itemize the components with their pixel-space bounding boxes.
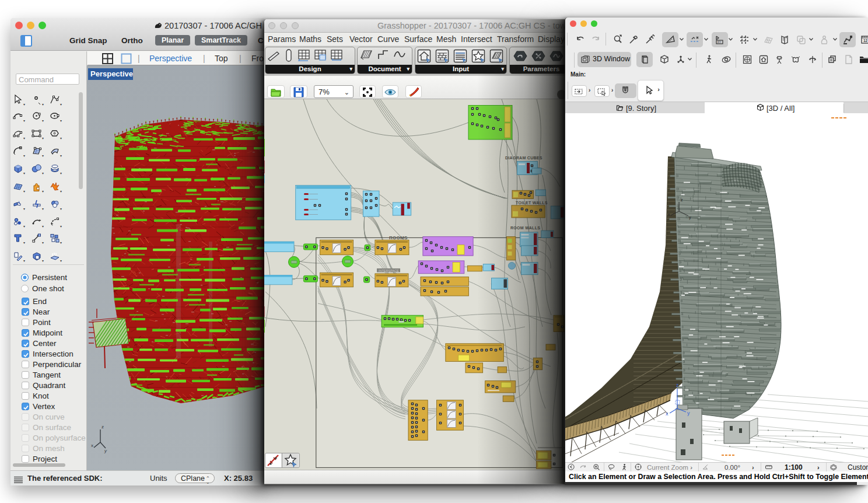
svg-text:ROOM WALLS: ROOM WALLS (510, 226, 540, 230)
svg-text:TOILET WALLS: TOILET WALLS (516, 201, 548, 205)
svg-text:x: x (91, 443, 93, 448)
svg-text:DIAGRAM CUBES: DIAGRAM CUBES (505, 156, 542, 160)
svg-text:x: x (668, 212, 670, 216)
svg-text:y: y (687, 410, 690, 416)
svg-text:z: z (676, 382, 679, 388)
svg-text:y: y (689, 215, 691, 220)
svg-text:INTERSPACE: INTERSPACE (379, 269, 399, 273)
svg-text:x: x (666, 411, 668, 417)
svg-text:XY: XY (718, 40, 722, 44)
svg-text:z: z (681, 198, 683, 202)
svg-text:ROOMS: ROOMS (389, 235, 408, 240)
svg-text:12: 12 (863, 39, 868, 43)
svg-text:z: z (102, 424, 104, 429)
svg-text:y: y (104, 448, 107, 453)
